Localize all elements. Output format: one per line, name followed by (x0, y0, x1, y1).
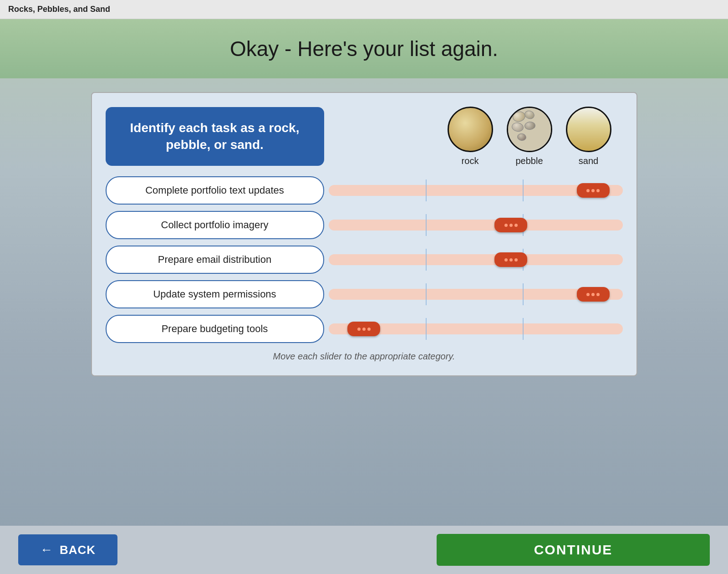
handle-dot (596, 189, 600, 192)
handle-dot (514, 224, 518, 227)
card-header: Identify each task as a rock, pebble, or… (106, 107, 623, 166)
slider-handle-2[interactable] (494, 252, 527, 267)
task-row: Prepare budgeting tools (106, 315, 623, 343)
handle-dot (591, 293, 595, 296)
bottom-bar: ← BACK CONTINUE (0, 526, 728, 574)
continue-label: CONTINUE (534, 542, 613, 557)
category-rock: rock (441, 107, 500, 166)
slider-track-2 (329, 254, 623, 265)
handle-dot (357, 328, 361, 331)
guide-line-1 (426, 179, 427, 201)
slider-area-1[interactable] (329, 214, 623, 236)
page-title: Okay - Here's your list again. (0, 36, 728, 61)
back-arrow-icon: ← (40, 543, 53, 557)
back-button[interactable]: ← BACK (18, 534, 117, 565)
handle-dot (367, 328, 371, 331)
task-label-1: Collect portfolio imagery (106, 211, 324, 239)
task-list: Complete portfolio text updatesCollect p… (106, 176, 623, 343)
rock-icon (448, 107, 493, 152)
category-sand: sand (559, 107, 618, 166)
guide-line-2 (523, 283, 524, 305)
slider-handle-0[interactable] (577, 183, 610, 198)
sand-icon (566, 107, 611, 152)
task-row: Prepare email distribution (106, 246, 623, 274)
task-row: Update system permissions (106, 280, 623, 308)
slider-area-3[interactable] (329, 283, 623, 305)
handle-dot (509, 224, 513, 227)
instruction-box: Identify each task as a rock, pebble, or… (106, 107, 324, 166)
task-label-0: Complete portfolio text updates (106, 176, 324, 205)
slider-handle-1[interactable] (494, 218, 527, 232)
activity-card: Identify each task as a rock, pebble, or… (91, 92, 637, 376)
task-label-3: Update system permissions (106, 280, 324, 308)
instruction-text: Identify each task as a rock, pebble, or… (122, 120, 308, 153)
slider-area-2[interactable] (329, 249, 623, 271)
slider-handle-3[interactable] (577, 287, 610, 302)
guide-line-2 (523, 318, 524, 340)
task-row: Collect portfolio imagery (106, 211, 623, 239)
handle-dot (514, 258, 518, 261)
pebble-label: pebble (515, 156, 543, 166)
continue-button[interactable]: CONTINUE (437, 534, 710, 566)
guide-line-2 (523, 179, 524, 201)
guide-line-1 (426, 214, 427, 236)
slider-track-1 (329, 220, 623, 231)
page-header: Okay - Here's your list again. (0, 19, 728, 78)
handle-dot (504, 224, 508, 227)
slider-area-0[interactable] (329, 179, 623, 201)
slider-area-4[interactable] (329, 318, 623, 340)
handle-dot (586, 189, 590, 192)
task-label-2: Prepare email distribution (106, 246, 324, 274)
handle-dot (362, 328, 366, 331)
sand-label: sand (579, 156, 598, 166)
handle-dot (586, 293, 590, 296)
handle-dot (591, 189, 595, 192)
main-content: Identify each task as a rock, pebble, or… (0, 78, 728, 385)
slider-handle-4[interactable] (347, 322, 380, 336)
slider-instruction: Move each slider to the appropriate cate… (106, 351, 623, 362)
guide-line-1 (426, 318, 427, 340)
pebble-icon (507, 107, 552, 152)
category-pebble: pebble (500, 107, 559, 166)
handle-dot (504, 258, 508, 261)
app-title: Rocks, Pebbles, and Sand (8, 5, 110, 14)
back-label: BACK (60, 543, 96, 557)
task-row: Complete portfolio text updates (106, 176, 623, 205)
rock-label: rock (462, 156, 479, 166)
task-label-4: Prepare budgeting tools (106, 315, 324, 343)
guide-line-1 (426, 283, 427, 305)
guide-line-1 (426, 249, 427, 271)
handle-dot (509, 258, 513, 261)
top-bar: Rocks, Pebbles, and Sand (0, 0, 728, 19)
handle-dot (596, 293, 600, 296)
category-icons: rock pebble (324, 107, 623, 166)
